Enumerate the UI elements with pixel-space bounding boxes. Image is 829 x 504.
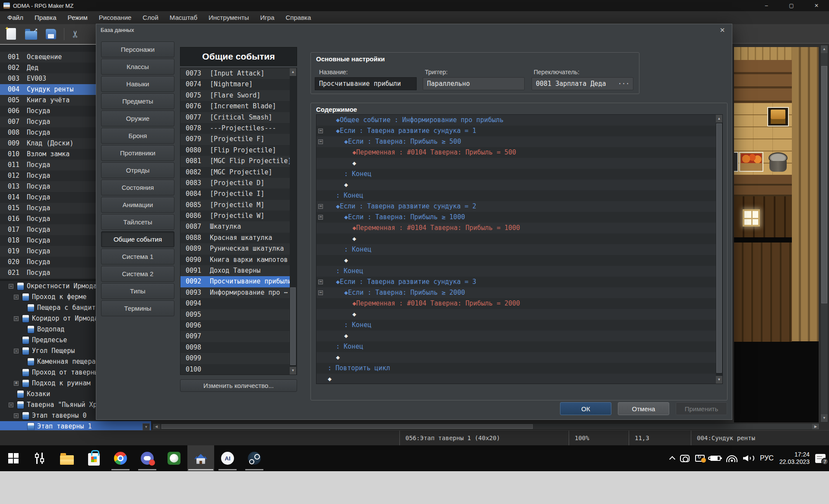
event-command-row[interactable]: −◆Если : Таверна развитие сундука = 2 [316,201,722,212]
common-event-row[interactable]: 0077[Critical Smash] [180,112,297,123]
camera-icon[interactable] [680,455,690,462]
taskbar-start-icon[interactable] [0,445,27,471]
wifi-icon[interactable] [726,454,737,462]
category-button-Типы[interactable]: Типы [101,283,174,299]
menu-item-Игра[interactable]: Игра [255,11,280,24]
clock[interactable]: 17:24 22.03.2023 [779,451,810,466]
commands-scrollbar[interactable]: ▲ ▼ [716,115,723,384]
scroll-right-icon[interactable]: ▶ [812,424,819,429]
event-command-row[interactable]: : Конец [316,341,722,352]
cut-button[interactable]: ✂ [67,26,84,42]
common-event-row[interactable]: 0076[Increment Blade] [180,101,297,112]
event-command-row[interactable]: ◆ [316,331,722,341]
common-event-row[interactable]: 0087Шкатулка [180,221,297,232]
common-event-row[interactable]: 0082[MGC Projectile] [180,167,297,178]
event-command-row[interactable]: ◆Общее событие : Информирование про приб… [316,115,722,126]
tree-expand-icon[interactable]: - [14,316,19,321]
event-command-row[interactable]: ◆ [316,309,722,320]
scrollbar-thumb[interactable] [716,123,722,373]
category-button-Общие события[interactable]: Общие события [101,231,174,247]
tree-expand-icon[interactable]: - [14,349,19,353]
tree-scroll-down-icon[interactable]: ▼ [142,423,150,431]
name-input[interactable]: Просчитывание прибыли [315,77,417,90]
common-event-row[interactable]: 0093Информирование про ⋯ [180,287,297,298]
map-horizontal-scrollbar[interactable]: ◀ ▶ [152,423,820,430]
taskbar-xbox-icon[interactable] [161,445,187,471]
common-event-row[interactable]: 0073[Input Attack] [180,68,297,79]
tree-expand-icon[interactable]: - [9,403,13,407]
common-event-row[interactable]: 0086[Projectile W] [180,211,297,221]
category-button-Противники[interactable]: Противники [101,145,174,161]
menu-item-Слой[interactable]: Слой [137,11,164,24]
menu-item-Файл[interactable]: Файл [2,11,29,24]
event-command-row[interactable]: −◆Если : Таверна: Прибыль ≥ 1000 [316,212,722,223]
common-event-row[interactable]: 0100 [180,364,297,375]
event-command-row[interactable]: ◆ [316,233,722,244]
event-command-row[interactable]: ◆Переменная : #0104 Таверна: Прибыль = 2… [316,298,722,309]
scrollbar-thumb[interactable] [161,424,533,429]
tree-expand-icon[interactable]: - [14,295,19,299]
category-button-Навыки[interactable]: Навыки [101,76,174,92]
tree-expand-icon[interactable]: - [9,284,13,289]
event-command-row[interactable]: ◆ [316,158,722,169]
scroll-down-icon[interactable]: ▼ [716,376,722,384]
common-event-row[interactable]: 0085[Projectile M] [180,200,297,211]
event-command-row[interactable]: −◆Если : Таверна: Прибыль ≥ 500 [316,136,722,147]
event-command-row[interactable]: −◆Если : Таверна: Прибыль ≥ 2000 [316,287,722,298]
category-button-Состояния[interactable]: Состояния [101,180,174,195]
category-button-Предметы[interactable]: Предметы [101,93,174,109]
scroll-left-icon[interactable]: ◀ [153,424,160,429]
taskbar-steam-icon[interactable] [241,445,268,471]
common-event-row[interactable]: 0097 [180,331,297,342]
new-project-button[interactable] [3,26,20,42]
trigger-dropdown[interactable]: Параллельно [423,77,525,90]
tree-expand-icon[interactable]: + [14,381,19,386]
ok-button[interactable]: ОК [560,402,611,415]
common-event-row[interactable]: 0095 [180,309,297,320]
menu-item-Масштаб[interactable]: Масштаб [164,11,203,24]
menu-item-Рисование[interactable]: Рисование [93,11,137,24]
category-button-Тайлсеты[interactable]: Тайлсеты [101,214,174,230]
common-event-row[interactable]: 0078---Projectiles--- [180,123,297,134]
event-command-row[interactable]: : Конец [316,320,722,331]
map-event-food-crate[interactable] [739,152,763,172]
event-command-row[interactable]: ◆ [316,352,722,363]
map-event-partial[interactable] [734,152,738,172]
taskbar-file-explorer-icon[interactable] [54,445,80,471]
event-command-row[interactable]: −◆Если : Таверна развитие сундука = 3 [316,277,722,287]
scrollbar-thumb[interactable] [290,287,296,365]
taskbar-ai-app-icon[interactable]: AI [214,445,241,471]
map-vertical-scrollbar[interactable]: ▲ ▼ [820,45,828,422]
event-command-row[interactable]: : Повторить цикл [316,363,722,374]
common-event-row[interactable]: 0099 [180,353,297,364]
maximize-button[interactable]: ▢ [779,0,804,11]
collapse-icon[interactable]: − [318,215,323,220]
volume-icon[interactable] [743,454,754,462]
taskbar-task-view-icon[interactable] [27,445,54,471]
chevron-up-icon[interactable] [669,456,675,462]
event-command-row[interactable]: −◆Если : Таверна развитие сундука = 1 [316,126,722,136]
common-event-row[interactable]: 0091Доход Таверны [180,265,297,276]
notifications-icon[interactable]: 7 [815,454,826,463]
open-project-button[interactable] [22,26,40,42]
event-commands-list[interactable]: ◆Общее событие : Информирование про приб… [316,114,723,384]
collapse-icon[interactable]: − [318,290,323,295]
common-event-row[interactable]: 0074[Nightmare] [180,79,297,90]
event-command-row[interactable]: ◆ [316,374,722,384]
common-events-scrollbar[interactable]: ▲ ▼ [290,68,297,375]
battery-icon[interactable] [710,456,721,461]
display-cast-icon[interactable] [695,455,705,462]
more-options-icon[interactable]: ··· [618,78,630,90]
scroll-down-icon[interactable]: ▼ [821,414,828,422]
event-command-row[interactable]: : Конец [316,169,722,180]
category-button-Броня[interactable]: Броня [101,128,174,144]
category-button-Термины[interactable]: Термины [101,300,174,316]
close-button[interactable]: ✕ [804,0,829,11]
event-command-row[interactable]: : Конец [316,244,722,255]
common-event-row[interactable]: 0098 [180,342,297,353]
language-indicator[interactable]: РУС [760,454,774,462]
cancel-button[interactable]: Отмена [618,402,669,415]
common-event-row[interactable]: 0080[Flip Projectile] [180,145,297,156]
menu-item-Инструменты[interactable]: Инструменты [203,11,255,24]
menu-item-Режим[interactable]: Режим [62,11,93,24]
